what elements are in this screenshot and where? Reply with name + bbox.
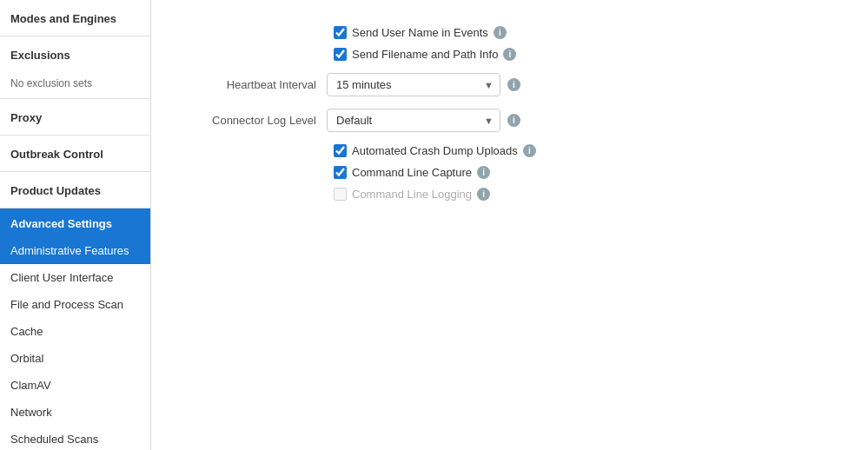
command-line-capture-group: Command Line Capture i (334, 166, 842, 179)
command-line-capture-checkbox[interactable] (334, 166, 347, 179)
sidebar-item-orbital[interactable]: Orbital (0, 345, 150, 372)
send-username-label: Send User Name in Events (352, 26, 488, 39)
sidebar-item-clamav[interactable]: ClamAV (0, 372, 150, 399)
automated-crash-dump-info-icon[interactable]: i (523, 144, 536, 157)
heartbeat-interval-label: Heartbeat Interval (177, 78, 316, 91)
send-filename-checkbox[interactable] (334, 48, 347, 61)
connector-log-level-group: Connector Log Level Default Debug Trace … (177, 109, 842, 132)
command-line-logging-label: Command Line Logging (352, 188, 472, 201)
sidebar: Modes and Engines Exclusions No exclusio… (0, 0, 151, 450)
command-line-capture-label: Command Line Capture (352, 166, 472, 179)
sidebar-section-modes-engines: Modes and Engines (0, 0, 150, 36)
send-username-info-icon[interactable]: i (494, 26, 507, 39)
heartbeat-interval-wrapper: 5 minutes 10 minutes 15 minutes 30 minut… (327, 73, 500, 96)
connector-log-info-icon[interactable]: i (507, 114, 520, 127)
connector-log-level-label: Connector Log Level (177, 114, 316, 127)
send-username-checkbox[interactable] (334, 26, 347, 39)
sidebar-section-outbreak-control: Outbreak Control (0, 136, 150, 172)
sidebar-exclusions-subtext: No exclusion sets (0, 72, 150, 98)
automated-crash-dump-checkbox[interactable] (334, 144, 347, 157)
send-filename-label: Send Filename and Path Info (352, 48, 498, 61)
command-line-logging-info-icon[interactable]: i (477, 188, 490, 201)
sidebar-item-proxy[interactable]: Proxy (0, 99, 150, 135)
sidebar-item-administrative-features[interactable]: Administrative Features (0, 237, 150, 264)
sidebar-section-proxy: Proxy (0, 99, 150, 136)
sidebar-item-file-process-scan[interactable]: File and Process Scan (0, 291, 150, 318)
sidebar-item-modes-engines[interactable]: Modes and Engines (0, 0, 150, 36)
automated-crash-dump-label: Automated Crash Dump Uploads (352, 144, 518, 157)
connector-log-level-wrapper: Default Debug Trace ▼ (327, 109, 500, 132)
send-filename-info-icon[interactable]: i (503, 48, 516, 61)
sidebar-item-network[interactable]: Network (0, 399, 150, 426)
sidebar-section-product-updates: Product Updates (0, 172, 150, 208)
sidebar-item-exclusions[interactable]: Exclusions (0, 36, 150, 72)
send-filename-group: Send Filename and Path Info i (334, 48, 842, 61)
sidebar-item-scheduled-scans[interactable]: Scheduled Scans (0, 426, 150, 450)
sidebar-item-outbreak-control[interactable]: Outbreak Control (0, 136, 150, 171)
send-username-group: Send User Name in Events i (334, 26, 842, 39)
sidebar-item-cache[interactable]: Cache (0, 318, 150, 345)
settings-area: Send User Name in Events i Send Filename… (177, 26, 842, 201)
command-line-capture-info-icon[interactable]: i (477, 166, 490, 179)
heartbeat-info-icon[interactable]: i (507, 78, 520, 91)
main-content: Send User Name in Events i Send Filename… (151, 0, 868, 450)
sidebar-advanced-settings-header: Advanced Settings (0, 208, 150, 237)
heartbeat-interval-group: Heartbeat Interval 5 minutes 10 minutes … (177, 73, 842, 96)
sidebar-item-product-updates[interactable]: Product Updates (0, 172, 150, 208)
automated-crash-dump-group: Automated Crash Dump Uploads i (334, 144, 842, 157)
sidebar-section-exclusions: Exclusions No exclusion sets (0, 36, 150, 99)
command-line-logging-group: Command Line Logging i (334, 188, 842, 201)
connector-log-level-select[interactable]: Default Debug Trace (327, 109, 500, 132)
sidebar-advanced-settings-group: Advanced Settings Administrative Feature… (0, 208, 150, 450)
sidebar-item-client-user-interface[interactable]: Client User Interface (0, 264, 150, 291)
heartbeat-interval-select[interactable]: 5 minutes 10 minutes 15 minutes 30 minut… (327, 73, 500, 96)
command-line-logging-checkbox[interactable] (334, 188, 347, 201)
